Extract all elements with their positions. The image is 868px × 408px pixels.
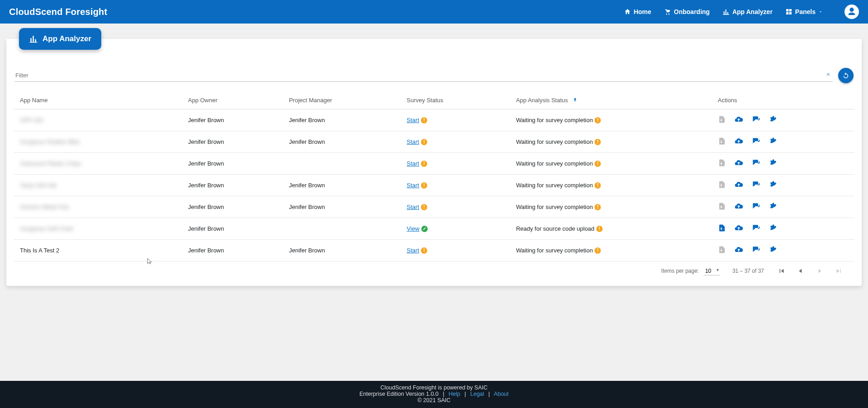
discussion-icon[interactable] xyxy=(751,223,760,234)
cell-project-manager xyxy=(283,218,400,240)
settings-gear-icon[interactable] xyxy=(769,224,777,233)
cell-analysis-status: Waiting for survey completion! xyxy=(509,153,711,175)
cell-app-name: APP-192 xyxy=(14,109,182,131)
nav-panels[interactable]: Panels xyxy=(785,8,823,15)
table-row: APP-192Jenifer BrownJenifer BrownStart!W… xyxy=(14,109,854,131)
nav-home-label: Home xyxy=(634,8,651,15)
warning-circle-icon: ! xyxy=(594,247,601,254)
discussion-icon[interactable] xyxy=(751,115,760,125)
warning-circle-icon: ! xyxy=(421,247,427,254)
page-tab-label: App Analyzer xyxy=(42,34,91,43)
settings-gear-icon[interactable] xyxy=(769,246,777,255)
warning-circle-icon: ! xyxy=(594,204,601,210)
site-footer: CloudScend Foresight is powered by SAIC … xyxy=(0,381,868,408)
cell-actions xyxy=(712,175,854,196)
survey-link[interactable]: Start xyxy=(407,117,419,123)
download-report-icon xyxy=(718,180,726,190)
col-analysis-status[interactable]: App Analysis Status xyxy=(509,91,711,109)
download-report-icon[interactable] xyxy=(718,224,726,233)
cell-app-name: Gorgeous Rubber Bike xyxy=(14,131,182,153)
cell-survey-status: Start! xyxy=(401,109,510,131)
col-app-owner[interactable]: App Owner xyxy=(182,91,283,109)
survey-link[interactable]: Start xyxy=(407,160,419,167)
discussion-icon[interactable] xyxy=(751,158,760,169)
upload-cloud-icon[interactable] xyxy=(734,245,743,256)
cell-project-manager: Jenifer Brown xyxy=(283,131,400,153)
settings-gear-icon[interactable] xyxy=(769,180,777,190)
upload-cloud-icon[interactable] xyxy=(734,202,743,212)
discussion-icon[interactable] xyxy=(751,180,760,190)
cell-analysis-status: Waiting for survey completion! xyxy=(509,109,711,131)
download-report-icon xyxy=(718,115,726,125)
survey-link[interactable]: Start xyxy=(407,182,419,189)
settings-gear-icon[interactable] xyxy=(769,159,777,168)
page-range: 31 – 37 of 37 xyxy=(732,268,764,274)
upload-cloud-icon[interactable] xyxy=(734,115,743,125)
footer-about-link[interactable]: About xyxy=(494,391,509,397)
discussion-icon[interactable] xyxy=(751,202,760,212)
footer-line1: CloudScend Foresight is powered by SAIC xyxy=(0,384,868,391)
filter-input[interactable] xyxy=(14,69,833,82)
table-row: Gorgeous Soft ChairJenifer BrownView✓Rea… xyxy=(14,218,854,240)
download-report-icon xyxy=(718,202,726,212)
clear-filter-button[interactable] xyxy=(826,71,831,78)
cell-survey-status: View✓ xyxy=(401,218,510,240)
nav-app-analyzer[interactable]: App Analyzer xyxy=(722,8,773,15)
home-icon xyxy=(624,8,631,15)
prev-page-button[interactable] xyxy=(796,266,806,276)
discussion-icon[interactable] xyxy=(751,137,760,147)
nav-onboarding[interactable]: Onboarding xyxy=(664,8,710,15)
col-app-name[interactable]: App Name xyxy=(14,91,182,109)
upload-cloud-icon[interactable] xyxy=(734,180,743,190)
next-page-button[interactable] xyxy=(815,266,825,276)
discussion-icon[interactable] xyxy=(751,245,760,256)
col-project-manager[interactable]: Project Manager xyxy=(283,91,400,109)
survey-link[interactable]: Start xyxy=(407,204,419,210)
footer-version: Enterprise Edition Version 1.0.0 xyxy=(359,391,439,397)
panels-icon xyxy=(785,8,793,15)
settings-gear-icon[interactable] xyxy=(769,137,777,147)
cell-app-name: Tasty Soft Hat xyxy=(14,175,182,196)
download-report-icon xyxy=(718,246,726,255)
cell-actions xyxy=(712,196,854,218)
cell-app-owner: Jenifer Brown xyxy=(182,109,283,131)
page-tab-app-analyzer[interactable]: App Analyzer xyxy=(19,28,101,50)
warning-circle-icon: ! xyxy=(594,161,601,167)
download-report-icon xyxy=(718,137,726,147)
col-survey-status[interactable]: Survey Status xyxy=(401,91,510,109)
warning-circle-icon: ! xyxy=(421,139,427,145)
refresh-button[interactable] xyxy=(838,68,854,83)
cell-survey-status: Start! xyxy=(401,153,510,175)
cell-actions xyxy=(712,153,854,175)
cell-project-manager: Jenifer Brown xyxy=(283,196,400,218)
first-page-button[interactable] xyxy=(777,266,787,276)
col-actions: Actions xyxy=(712,91,854,109)
last-page-button[interactable] xyxy=(834,266,844,276)
table-row: This Is A Test 2Jenifer BrownJenifer Bro… xyxy=(14,240,854,261)
settings-gear-icon[interactable] xyxy=(769,202,777,212)
cell-project-manager: Jenifer Brown xyxy=(283,240,400,261)
warning-circle-icon: ! xyxy=(594,182,601,189)
footer-help-link[interactable]: Help xyxy=(448,391,460,397)
upload-cloud-icon[interactable] xyxy=(734,223,743,234)
upload-cloud-icon[interactable] xyxy=(734,137,743,147)
upload-cloud-icon[interactable] xyxy=(734,158,743,169)
top-navbar: CloudScend Foresight Home Onboarding App… xyxy=(0,0,868,24)
user-avatar[interactable] xyxy=(844,5,859,19)
survey-link[interactable]: Start xyxy=(407,247,419,254)
items-per-page-select[interactable]: 10 xyxy=(703,267,720,275)
cart-icon xyxy=(664,8,671,15)
footer-legal-link[interactable]: Legal xyxy=(470,391,484,397)
cell-app-owner: Jenifer Brown xyxy=(182,218,283,240)
warning-circle-icon: ! xyxy=(594,139,601,145)
settings-gear-icon[interactable] xyxy=(769,115,777,125)
survey-link[interactable]: View xyxy=(407,225,420,232)
table-row: Awesome Plastic ChipsJenifer BrownStart!… xyxy=(14,153,854,175)
survey-link[interactable]: Start xyxy=(407,138,419,145)
cell-survey-status: Start! xyxy=(401,240,510,261)
nav-home[interactable]: Home xyxy=(624,8,651,15)
cell-project-manager: Jenifer Brown xyxy=(283,175,400,196)
nav-panels-label: Panels xyxy=(795,8,816,15)
filter-wrap xyxy=(14,69,833,82)
warning-circle-icon: ! xyxy=(594,117,601,123)
